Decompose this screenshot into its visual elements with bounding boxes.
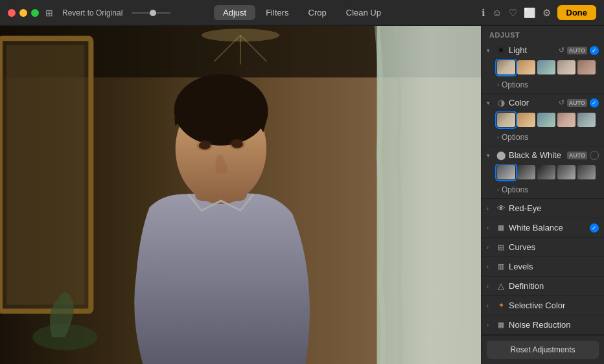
noise-reduction-icon: ▦	[496, 321, 506, 329]
curves-row[interactable]: › ▤ Curves	[482, 238, 604, 257]
color-circle-icon: ◑	[496, 98, 506, 108]
definition-row[interactable]: › △ Definition	[482, 277, 604, 296]
done-button[interactable]: Done	[557, 5, 597, 20]
fullscreen-button[interactable]	[31, 9, 39, 17]
reset-btn-container: Reset Adjustments	[482, 335, 604, 364]
white-balance-icon: ▦	[496, 223, 506, 232]
light-thumb-5[interactable]	[577, 60, 596, 74]
bw-section-header[interactable]: ▾ ⬤ Black & White AUTO	[482, 146, 604, 164]
noise-reduction-row[interactable]: › ▦ Noise Reduction	[482, 315, 604, 335]
light-chevron-icon: ▾	[487, 47, 493, 54]
light-thumb-4[interactable]	[557, 60, 575, 74]
emoji-icon[interactable]: ☺	[492, 7, 502, 18]
svg-rect-3	[6, 45, 84, 304]
light-label: Light	[509, 45, 556, 55]
revert-button[interactable]: Revert to Original	[62, 8, 122, 17]
traffic-lights	[8, 9, 39, 17]
white-balance-chevron: ›	[487, 225, 493, 231]
curves-chevron: ›	[487, 244, 493, 251]
color-auto-badge[interactable]: AUTO	[567, 99, 587, 107]
bw-label: Black & White	[509, 150, 564, 160]
red-eye-row[interactable]: › 👁 Red-Eye	[482, 199, 604, 218]
color-label: Color	[509, 98, 556, 108]
bw-thumb-4[interactable]	[557, 165, 575, 179]
selective-color-icon: ✦	[496, 301, 506, 310]
light-auto-badge[interactable]: AUTO	[567, 47, 587, 54]
zoom-slider[interactable]	[132, 12, 170, 14]
bw-thumb-1[interactable]	[497, 165, 515, 179]
panel-header: Adjust	[482, 26, 604, 41]
light-options[interactable]: › Options	[482, 78, 604, 93]
bw-circle-icon: ⬤	[496, 150, 506, 160]
info-icon[interactable]: ℹ	[482, 7, 485, 19]
portrait-svg	[0, 26, 481, 364]
curves-label: Curves	[509, 242, 599, 252]
minimize-button[interactable]	[19, 9, 27, 17]
light-options-chevron: ›	[497, 82, 499, 88]
bw-thumb-5[interactable]	[577, 165, 596, 179]
bw-section: ▾ ⬤ Black & White AUTO ›	[482, 146, 604, 199]
color-section-header[interactable]: ▾ ◑ Color ↺ AUTO ✓	[482, 94, 604, 111]
red-eye-chevron: ›	[487, 205, 493, 212]
selective-color-chevron: ›	[487, 302, 493, 309]
levels-label: Levels	[509, 262, 599, 271]
main-content: Adjust ▾ ☀ Light ↺ AUTO ✓	[0, 26, 604, 364]
heart-icon[interactable]: ♡	[509, 7, 517, 19]
white-balance-row[interactable]: › ▦ White Balance ✓	[482, 218, 604, 238]
color-thumb-5[interactable]	[577, 113, 596, 127]
right-panel: Adjust ▾ ☀ Light ↺ AUTO ✓	[481, 26, 604, 364]
tab-crop[interactable]: Crop	[299, 5, 336, 20]
close-button[interactable]	[8, 9, 16, 17]
photo-scene	[0, 26, 481, 364]
definition-chevron: ›	[487, 283, 493, 290]
light-check[interactable]: ✓	[590, 46, 599, 55]
bw-thumbnails	[482, 164, 604, 183]
light-section-header[interactable]: ▾ ☀ Light ↺ AUTO ✓	[482, 41, 604, 59]
nav-tabs: Adjust Filters Crop Clean Up	[214, 5, 390, 20]
tab-adjust[interactable]: Adjust	[214, 5, 255, 20]
light-thumb-1[interactable]	[497, 60, 515, 74]
settings-icon[interactable]: ⚙	[542, 7, 551, 19]
titlebar-controls: ⊞ Revert to Original	[45, 8, 170, 18]
bw-auto-badge[interactable]: AUTO	[567, 152, 587, 159]
light-options-label: Options	[502, 80, 528, 89]
panel-scroll[interactable]: ▾ ☀ Light ↺ AUTO ✓ ›	[482, 41, 604, 335]
color-reset-icon[interactable]: ↺	[559, 98, 564, 107]
light-reset-icon[interactable]: ↺	[559, 46, 564, 54]
color-thumb-2[interactable]	[517, 113, 535, 127]
levels-chevron: ›	[487, 264, 493, 270]
share-icon[interactable]: ⬜	[524, 7, 536, 19]
bw-options-label: Options	[502, 185, 528, 194]
levels-row[interactable]: › ▥ Levels	[482, 257, 604, 277]
bw-options[interactable]: › Options	[482, 183, 604, 198]
light-thumb-2[interactable]	[517, 60, 535, 74]
tab-cleanup[interactable]: Clean Up	[337, 5, 390, 20]
color-options[interactable]: › Options	[482, 131, 604, 146]
titlebar-right: ℹ ☺ ♡ ⬜ ⚙ Done	[482, 5, 596, 20]
definition-label: Definition	[509, 281, 599, 291]
bw-thumb-3[interactable]	[537, 165, 555, 179]
color-thumb-4[interactable]	[557, 113, 575, 127]
color-thumb-3[interactable]	[537, 113, 555, 127]
reset-adjustments-button[interactable]: Reset Adjustments	[487, 341, 599, 359]
light-section: ▾ ☀ Light ↺ AUTO ✓ ›	[482, 41, 604, 94]
red-eye-icon: 👁	[496, 203, 506, 213]
bw-actions: AUTO	[567, 151, 599, 160]
color-thumb-1[interactable]	[497, 113, 515, 127]
bw-thumb-2[interactable]	[517, 165, 535, 179]
light-sun-icon: ☀	[496, 45, 506, 55]
noise-reduction-chevron: ›	[487, 322, 493, 328]
photo-area	[0, 26, 481, 364]
levels-icon: ▥	[496, 262, 506, 271]
bw-check[interactable]	[590, 151, 599, 160]
color-check[interactable]: ✓	[590, 98, 599, 108]
tab-filters[interactable]: Filters	[257, 5, 297, 20]
svg-rect-4	[377, 26, 481, 364]
white-balance-label: White Balance	[509, 223, 587, 233]
light-thumb-3[interactable]	[537, 60, 555, 74]
definition-icon: △	[496, 281, 506, 291]
white-balance-check[interactable]: ✓	[590, 223, 599, 233]
color-chevron-icon: ▾	[487, 100, 493, 106]
selective-color-row[interactable]: › ✦ Selective Color	[482, 296, 604, 315]
light-actions: ↺ AUTO ✓	[559, 46, 599, 55]
